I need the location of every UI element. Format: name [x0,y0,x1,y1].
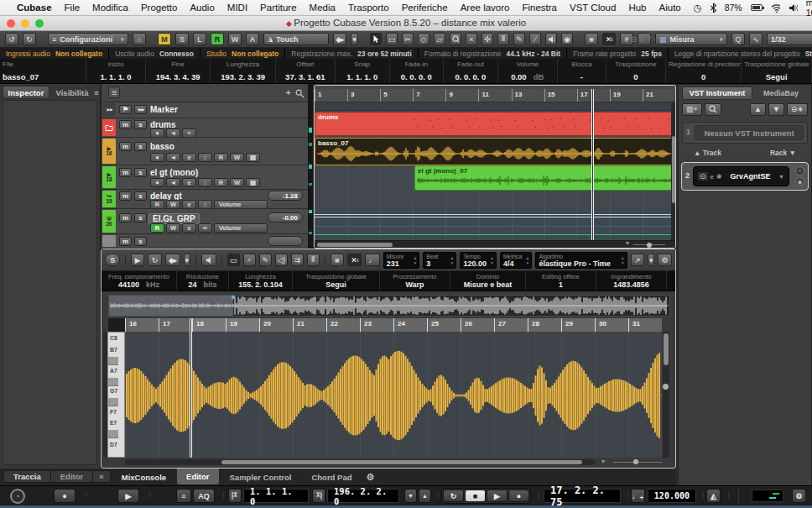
editor-hscroll-thumb[interactable] [221,460,582,464]
editor-autoscroll-button[interactable]: ◆▸ [165,254,180,266]
menu-item-progetto[interactable]: Progetto [141,3,177,13]
track-color-chip[interactable]: ▶18 [102,166,116,188]
arrangement-vscroll-thumb[interactable] [672,136,675,203]
editor-snap-type-button[interactable]: ⋇ [331,254,344,266]
track-color-chip[interactable] [102,119,116,136]
track-color-chip[interactable] [102,235,116,247]
instrument-name[interactable]: GrvAgntSE [730,172,770,181]
tab-inspector[interactable]: Inspector [3,86,49,99]
field-spinner[interactable]: ▲▼ [413,255,417,265]
time-display[interactable]: 17. 2. 2. 75 [544,489,621,503]
play-tool[interactable] [545,33,557,45]
quantize-wave-button[interactable]: ∿ [749,33,763,45]
info-column-inizio[interactable]: Inizio1. 1. 1. 0 [86,59,146,83]
menu-item-aiuto[interactable]: Aiuto [659,3,681,13]
status-item[interactable]: Ingressi audioNon collegato [0,48,109,59]
info-column-fade-in[interactable]: Fade-in0. 0. 0. 0 [390,59,445,83]
editor-loop-button[interactable]: ↻ [148,254,161,266]
tab-mixconsole[interactable]: MixConsole [112,470,175,484]
menu-item-partiture[interactable]: Partiture [260,3,296,13]
track-row-el-gt-mono-[interactable]: ▶18msel gt (mono)●◄e○RW▤ [102,165,308,190]
editor-info-freq-campionamento[interactable]: Freq. campionamento44100kHz [102,271,177,291]
editor-autoscroll-options[interactable]: ▾ [184,254,190,266]
editor-snap-button[interactable]: ✕‹ [347,254,362,266]
clip-el-gt[interactable]: el gt (mono)_07 [414,165,675,191]
field-spinner[interactable]: ▲▼ [621,255,625,265]
track-solo-button[interactable]: s [134,168,147,177]
clock-icon[interactable]: ◷ [694,3,702,13]
info-column-snap[interactable]: Snap1. 1. 1. 0 [336,59,390,83]
track-rec-button[interactable]: ● [150,153,164,162]
menu-item-trasporto[interactable]: Trasporto [348,3,389,13]
editor-range-tool[interactable]: ▭ [227,254,240,266]
info-column-lunghezza[interactable]: Lunghezza193. 2. 3. 39 [211,59,275,83]
track-mon-button[interactable]: ◄ [166,128,180,138]
track-sort-label[interactable]: ▲ Track [694,149,721,160]
menu-item-aree-lavoro[interactable]: Aree lavoro [461,3,510,13]
tab-chord-pad[interactable]: Chord Pad [302,470,361,484]
zoom-tool[interactable] [450,33,461,45]
editor-info-trasposizione-globale[interactable]: Trasposizione globaleSegui [293,271,380,291]
close-left-tab-icon[interactable]: × [93,471,110,482]
add-track-button[interactable]: + [286,87,291,97]
track-row-drums[interactable]: msdrums●◄≡ [102,118,308,138]
grid-type-dropdown[interactable]: ▦Misura▾ [655,33,727,45]
menu-item-periferiche[interactable]: Periferiche [402,3,448,13]
track-flag-button[interactable]: ⚑ [119,105,132,114]
track-mute-button[interactable]: m [119,237,132,246]
rack-search-button[interactable] [705,103,721,116]
quantize-iq-button[interactable]: Q [731,33,745,45]
status-item[interactable]: Legge di ripartizione stereo del progett… [669,48,812,59]
track-edit-button[interactable]: e [182,200,196,209]
track-auto-button[interactable]: ○ [198,200,212,209]
menu-item-media[interactable]: Media [310,3,336,13]
automation-line-delay[interactable] [315,214,675,215]
comp-tool[interactable]: ⦀ [497,33,509,45]
move-up-button[interactable]: ▲ [750,103,766,116]
arrangement-hscrollbar[interactable]: ▾ [315,240,675,248]
constrain-delay-button[interactable]: ◔ [10,489,25,504]
rack-options-button[interactable]: ⊖∗ [787,103,808,116]
menubar-clock[interactable]: mer 16:52 [806,0,812,18]
tab-editor-active[interactable]: Editor [177,469,218,484]
move-down-button[interactable]: ▼ [768,103,784,116]
editor-wave-canvas[interactable] [125,332,662,458]
menu-item-audio[interactable]: Audio [190,3,214,13]
mute-tool[interactable]: × [466,33,477,45]
track-read-button[interactable]: R [214,153,228,162]
editor-info-ingrandimento[interactable]: Ingrandimento1483.4856 [596,271,667,291]
vst-slot-instrument[interactable]: 2⊙e❋GrvAgntSE▼−◉ [681,162,809,191]
menu-item-hub[interactable]: Hub [628,3,646,13]
punch-in-button[interactable]: ▼ [404,489,417,503]
track-edit-button[interactable]: e [182,178,196,187]
undo-button[interactable]: ↺ [5,33,18,45]
tab-mediabay[interactable]: MediaBay [756,86,806,100]
arrangement-lanes[interactable]: drumsbasso_07el gt (mono)_07 [315,102,675,242]
track-write-button[interactable]: W [230,153,244,162]
menu-item-vst-cloud[interactable]: VST Cloud [570,3,616,13]
slot-collapse-button[interactable]: − [795,166,804,175]
track-solo-button[interactable]: s [134,237,147,246]
editor-info-editing-offline[interactable]: Editing offline1 [526,271,596,291]
stop-button[interactable]: ■ [465,490,486,502]
transport-meter-display[interactable] [752,490,783,502]
track-mon-button[interactable]: ◄ [166,153,180,162]
track-name[interactable]: el gt (mono) [150,168,198,177]
status-item[interactable]: Frame rate progetto25 fps [567,48,669,59]
automation-line-grp[interactable] [315,234,675,235]
menu-item-cubase[interactable]: Cubase [17,3,52,13]
erase-tool[interactable]: ▱ [434,33,445,45]
track-mute-button[interactable]: m [119,120,132,129]
menu-item-modifica[interactable]: Modifica [92,3,128,13]
menu-item-finestra[interactable]: Finestra [522,3,557,13]
editor-field-misure[interactable]: Misure231▲▼ [383,252,420,269]
status-item[interactable]: StudioNon collegato [200,48,285,59]
status-item[interactable]: Uscite audioConnesso [109,48,200,59]
track-read-on-button[interactable]: R [150,223,164,233]
snap-on-off-button[interactable]: ✕‹ [602,33,616,45]
state-button-s[interactable]: S [175,33,189,45]
cycle-button[interactable]: ↻ [443,490,464,502]
automation-mode-dropdown[interactable]: ◮Touch [263,33,329,45]
punch-out-button[interactable]: ▲ [419,489,431,503]
tab-sampler-control[interactable]: Sampler Control [221,470,301,484]
